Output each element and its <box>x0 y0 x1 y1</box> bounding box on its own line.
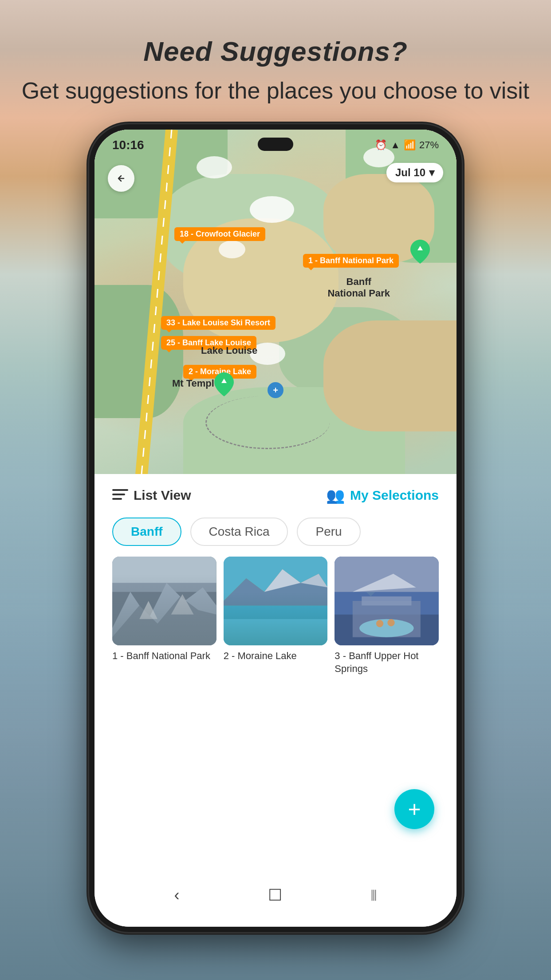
snow-patch <box>219 241 245 258</box>
navigation-bar: ‹ ☐ ⦀ <box>94 877 457 913</box>
phone-mockup: 10:16 ⏰ ▲ 📶 27% <box>89 124 462 932</box>
filter-tab-banff[interactable]: Banff <box>112 518 181 546</box>
back-arrow-icon <box>115 172 127 185</box>
fab-add-button[interactable]: + <box>394 789 434 829</box>
map-label-mt-temple: Mt Temple <box>172 378 220 389</box>
map-back-button[interactable] <box>108 165 134 192</box>
place-label-moraine: 2 - Moraine Lake <box>224 650 328 663</box>
bottom-panel: List View 👥 My Selections Banff Costa Ri… <box>94 474 457 927</box>
subtext: Get suggestions for the places you choos… <box>0 76 551 106</box>
svg-point-22 <box>359 619 413 637</box>
svg-marker-6 <box>171 594 194 615</box>
status-time: 10:16 <box>112 138 144 152</box>
map-tag-lake-louise-ski[interactable]: 33 - Lake Louise Ski Resort <box>161 316 276 330</box>
filter-tab-peru[interactable]: Peru <box>297 518 360 546</box>
list-view-label: List View <box>134 488 191 503</box>
svg-marker-5 <box>139 601 157 619</box>
place-label-banff: 1 - Banff National Park <box>112 650 216 663</box>
filter-tab-costa-rica[interactable]: Costa Rica <box>190 518 288 546</box>
place-image-springs <box>335 557 439 645</box>
svg-point-24 <box>388 619 395 626</box>
map-tag-crowfoot[interactable]: 18 - Crowfoot Glacier <box>174 227 265 241</box>
headline: Need Suggestions? <box>0 36 551 67</box>
nav-recents-button[interactable]: ⦀ <box>370 886 377 905</box>
camera-notch <box>258 138 293 151</box>
svg-point-23 <box>376 620 383 627</box>
snow-patch <box>250 196 294 223</box>
place-card-banff[interactable]: 1 - Banff National Park <box>112 557 216 675</box>
svg-rect-10 <box>224 619 328 645</box>
terrain-sand <box>323 320 457 431</box>
dropdown-arrow-icon: ▾ <box>429 166 434 179</box>
status-bar: 10:16 ⏰ ▲ 📶 27% <box>94 130 457 161</box>
list-view-button[interactable]: List View <box>112 488 191 503</box>
green-pin-marker-2 <box>214 372 234 398</box>
svg-rect-1 <box>112 592 216 645</box>
map-area: 18 - Crowfoot Glacier 1 - Banff National… <box>94 130 457 476</box>
list-view-icon <box>112 489 128 502</box>
place-card-springs[interactable]: 3 - Banff Upper Hot Springs <box>335 557 439 675</box>
status-icons: ⏰ ▲ 📶 27% <box>375 139 439 151</box>
selections-icon: 👥 <box>326 486 345 504</box>
map-label-lake-louise: Lake Louise <box>201 345 257 356</box>
battery-text: 27% <box>419 139 439 151</box>
fab-plus-icon: + <box>408 796 421 822</box>
signal-icon: 📶 <box>404 139 416 151</box>
svg-rect-4 <box>112 557 216 583</box>
svg-rect-7 <box>224 557 328 645</box>
filter-tabs: Banff Costa Rica Peru <box>94 513 457 557</box>
phone-screen: 10:16 ⏰ ▲ 📶 27% <box>94 130 457 927</box>
map-medical-cross: + <box>268 382 283 398</box>
nav-home-button[interactable]: ☐ <box>268 886 282 905</box>
date-badge[interactable]: Jul 10 ▾ <box>386 163 443 182</box>
panel-nav: List View 👥 My Selections <box>94 474 457 513</box>
map-label-banff: BanffNational Park <box>327 276 390 299</box>
my-selections-label: My Selections <box>350 488 439 503</box>
wifi-icon: ▲ <box>390 139 400 151</box>
top-section: Need Suggestions? Get suggestions for th… <box>0 0 551 106</box>
map-tag-banff-national[interactable]: 1 - Banff National Park <box>303 254 399 268</box>
trail-path <box>205 396 330 449</box>
green-pin-marker <box>410 240 430 265</box>
date-badge-text: Jul 10 <box>395 166 425 179</box>
nav-back-button[interactable]: ‹ <box>174 886 180 905</box>
my-selections-button[interactable]: 👥 My Selections <box>326 486 439 504</box>
svg-marker-3 <box>112 597 216 645</box>
place-image-moraine <box>224 557 328 645</box>
svg-rect-21 <box>362 597 412 605</box>
alarm-icon: ⏰ <box>375 139 387 151</box>
places-grid: 1 - Banff National Park <box>94 557 457 675</box>
svg-rect-9 <box>224 605 328 645</box>
place-label-springs: 3 - Banff Upper Hot Springs <box>335 650 439 675</box>
svg-marker-2 <box>112 583 216 645</box>
phone-shell: 10:16 ⏰ ▲ 📶 27% <box>89 124 462 932</box>
place-image-banff <box>112 557 216 645</box>
place-card-moraine[interactable]: 2 - Moraine Lake <box>224 557 328 675</box>
